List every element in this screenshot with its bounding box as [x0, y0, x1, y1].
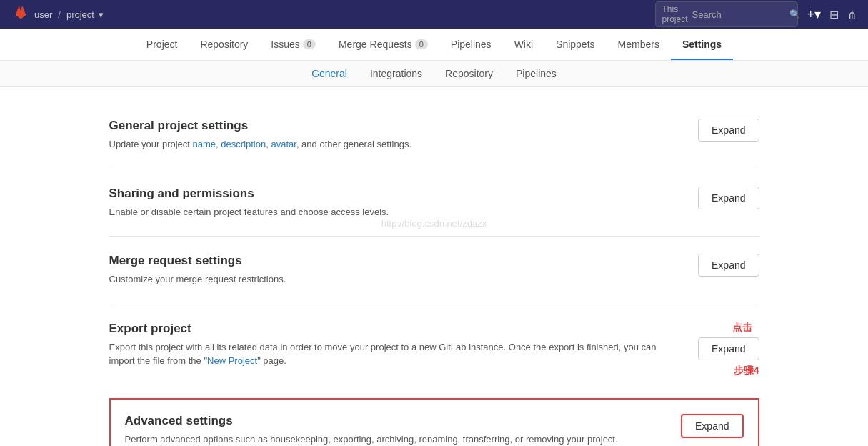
project-navigation: Project Repository Issues 0 Merge Reques… [0, 29, 868, 61]
nav-snippets[interactable]: Snippets [544, 29, 606, 60]
search-input[interactable] [692, 9, 785, 20]
general-project-settings-section: General project settings Update your pro… [109, 101, 759, 169]
subnav-integrations[interactable]: Integrations [359, 61, 434, 86]
sharing-permissions-section: Sharing and permissions Enable or disabl… [109, 169, 759, 237]
advanced-settings-wrapper: Advanced settings Perform advanced optio… [109, 398, 759, 447]
plus-icon[interactable]: +▾ [807, 6, 821, 22]
breadcrumb-separator: / [58, 9, 61, 20]
section-title-merge: Merge request settings [109, 254, 684, 268]
section-desc-sharing: Enable or disable certain project featur… [109, 205, 684, 219]
link-avatar[interactable]: avatar [271, 139, 296, 149]
top-nav-right: This project 🔍 +▾ ⊟ ⋔ [655, 1, 857, 27]
nav-wiki[interactable]: Wiki [503, 29, 544, 60]
expand-button-advanced[interactable]: Expand [681, 414, 743, 438]
breadcrumb-chevron[interactable]: ▾ [99, 9, 104, 20]
link-description[interactable]: description [221, 139, 266, 149]
expand-button-general[interactable]: Expand [698, 119, 759, 142]
merge-requests-badge: 0 [415, 39, 428, 49]
section-desc-export: Export this project with all its related… [109, 340, 684, 368]
nav-issues[interactable]: Issues 0 [259, 29, 327, 60]
search-project-label: This project [662, 4, 687, 24]
nav-pipelines[interactable]: Pipelines [439, 29, 503, 60]
annotation-click: 点击 [732, 322, 752, 334]
logo-area[interactable]: user / project ▾ [11, 5, 104, 24]
nav-project[interactable]: Project [135, 29, 189, 60]
section-desc-general: Update your project name, description, a… [109, 137, 684, 152]
issues-icon[interactable]: ⊟ [829, 8, 839, 21]
section-info-export: Export project Export this project with … [109, 322, 684, 368]
section-title-export: Export project [109, 322, 684, 336]
export-project-section: Export project Export this project with … [109, 304, 759, 395]
subnav-repository[interactable]: Repository [434, 61, 504, 86]
expand-button-export[interactable]: Expand [698, 337, 759, 360]
link-new-project[interactable]: New Project [207, 355, 257, 366]
breadcrumb-user[interactable]: user [34, 9, 52, 20]
section-desc-merge: Customize your merge request restriction… [109, 272, 684, 287]
main-content: General project settings Update your pro… [95, 87, 774, 446]
settings-subnav: General Integrations Repository Pipeline… [0, 61, 868, 87]
issues-badge: 0 [303, 39, 316, 49]
merge-requests-icon[interactable]: ⋔ [847, 8, 857, 21]
top-navigation: user / project ▾ This project 🔍 +▾ ⊟ ⋔ [0, 0, 868, 29]
nav-merge-requests[interactable]: Merge Requests 0 [327, 29, 439, 60]
section-title-advanced: Advanced settings [125, 414, 667, 428]
annotation-step: 步骤4 [734, 365, 759, 377]
subnav-pipelines[interactable]: Pipelines [504, 61, 568, 86]
search-icon: 🔍 [789, 9, 800, 19]
export-right: 点击 Expand 步骤4 [684, 322, 759, 377]
section-info-general: General project settings Update your pro… [109, 119, 684, 152]
subnav-general[interactable]: General [300, 61, 359, 86]
section-title-general: General project settings [109, 119, 684, 133]
section-info-merge: Merge request settings Customize your me… [109, 254, 684, 287]
gitlab-logo [11, 5, 30, 24]
nav-settings[interactable]: Settings [671, 29, 733, 60]
merge-request-settings-section: Merge request settings Customize your me… [109, 237, 759, 304]
breadcrumb-project[interactable]: project [66, 9, 94, 20]
advanced-settings-section: Advanced settings Perform advanced optio… [109, 398, 759, 447]
link-project-name[interactable]: name [193, 139, 216, 149]
expand-button-merge[interactable]: Expand [698, 254, 759, 277]
section-title-sharing: Sharing and permissions [109, 187, 684, 201]
section-info-advanced: Advanced settings Perform advanced optio… [125, 414, 667, 447]
nav-repository[interactable]: Repository [189, 29, 259, 60]
nav-members[interactable]: Members [607, 29, 671, 60]
expand-button-sharing[interactable]: Expand [698, 187, 759, 209]
section-info-sharing: Sharing and permissions Enable or disabl… [109, 187, 684, 219]
search-box[interactable]: This project 🔍 [655, 1, 798, 27]
section-desc-advanced: Perform advanced options such as houseke… [125, 432, 667, 447]
